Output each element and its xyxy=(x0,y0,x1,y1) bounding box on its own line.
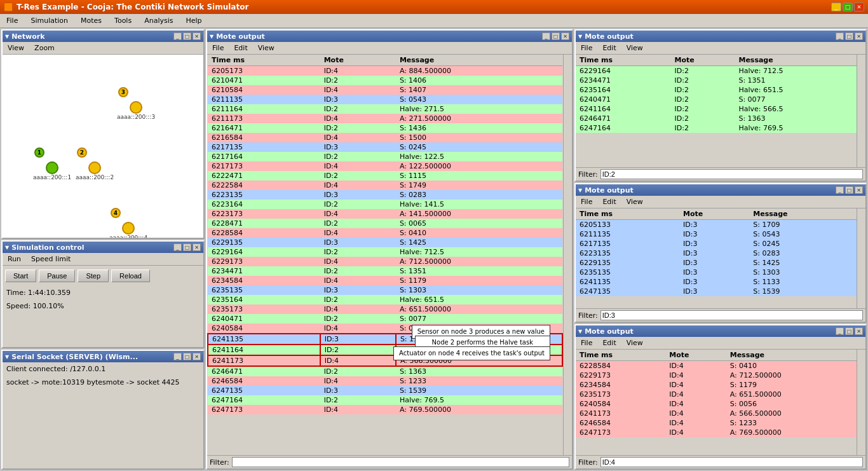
cell-message: S: 1303 xyxy=(749,268,857,277)
cell-message: S: 1133 xyxy=(749,277,857,287)
menu-analysis[interactable]: Analysis xyxy=(140,15,177,26)
mote-main-scroll[interactable]: Time ms Mote Message 6205173ID:4A: 884.5… xyxy=(207,55,563,455)
cell-time: 6241164 xyxy=(208,345,320,355)
mote-id4-filter-bar: Filter: xyxy=(576,455,865,468)
mote-id3-view-menu[interactable]: View xyxy=(624,197,646,207)
mote-id3-minimize-btn[interactable]: _ xyxy=(836,186,844,194)
sim-minimize-btn[interactable]: _ xyxy=(173,243,182,251)
cell-message: S: 0410 xyxy=(396,228,562,238)
mote-id3-close-btn[interactable]: ✕ xyxy=(855,186,863,194)
cell-time: 6229164 xyxy=(576,66,671,76)
node-1-circle[interactable] xyxy=(46,161,58,174)
node-3: 3 aaaa::200:::3 xyxy=(117,96,155,120)
filter-input-id3[interactable] xyxy=(600,310,863,320)
menu-tools[interactable]: Tools xyxy=(111,15,135,26)
mote-id2-edit-menu[interactable]: Edit xyxy=(600,43,618,53)
mote-id3-collapse-icon[interactable]: ▼ xyxy=(578,188,582,193)
cell-message: Halve: 566.5 xyxy=(396,345,562,355)
mote-main-close-btn[interactable]: ✕ xyxy=(561,32,569,40)
pause-button[interactable]: Pause xyxy=(39,270,75,282)
mote-main-collapse-icon[interactable]: ▼ xyxy=(210,34,214,39)
serial-minimize-btn[interactable]: _ xyxy=(173,353,182,360)
mote-id3-scrollbar[interactable] xyxy=(857,208,865,308)
mote-id2-file-menu[interactable]: File xyxy=(578,43,595,53)
serial-close-btn[interactable]: ✕ xyxy=(193,353,201,360)
mote-id2-scrollbar[interactable] xyxy=(857,55,865,167)
mote-main-maximize-btn[interactable]: □ xyxy=(552,32,560,40)
maximize-button[interactable]: □ xyxy=(843,3,853,11)
mote-id4-file-menu[interactable]: File xyxy=(578,338,595,348)
table-row: 6235173ID:4A: 651.500000 xyxy=(208,304,562,314)
sim-speed-menu[interactable]: Speed limit xyxy=(29,254,73,264)
mote-id4-maximize-btn[interactable]: □ xyxy=(845,327,853,335)
menu-simulation[interactable]: Simulation xyxy=(27,15,72,26)
close-button[interactable]: ✕ xyxy=(854,3,864,11)
menu-motes[interactable]: Motes xyxy=(77,15,105,26)
node-3-label: aaaa::200:::3 xyxy=(117,114,155,120)
network-collapse-icon[interactable]: ▼ xyxy=(5,34,9,39)
node-2-number: 2 xyxy=(77,147,87,158)
mote-id4-edit-menu[interactable]: Edit xyxy=(600,338,618,348)
node-3-circle[interactable] xyxy=(130,101,142,114)
start-button[interactable]: Start xyxy=(5,270,36,282)
serial-collapse-icon[interactable]: ▼ xyxy=(5,354,9,360)
reload-button[interactable]: Reload xyxy=(111,270,150,282)
mote-main-view-menu[interactable]: View xyxy=(255,43,277,53)
filter-input-main[interactable] xyxy=(232,457,569,467)
mote-id2-close-btn[interactable]: ✕ xyxy=(855,32,863,40)
mote-main-scrollbar[interactable] xyxy=(563,55,572,455)
mote-id3-file-menu[interactable]: File xyxy=(578,197,595,207)
mote-id4-scrollbar[interactable] xyxy=(857,350,865,455)
cell-mote: ID:4 xyxy=(665,428,726,437)
mote-id2-view-menu[interactable]: View xyxy=(624,43,646,53)
node-4-number: 4 xyxy=(111,208,121,218)
mote-main-minimize-btn[interactable]: _ xyxy=(542,32,550,40)
filter-input-id4[interactable] xyxy=(600,457,863,467)
filter-input-id2[interactable] xyxy=(600,169,863,179)
node-4-circle[interactable] xyxy=(122,222,135,235)
mote-id4-close-btn[interactable]: ✕ xyxy=(855,327,863,335)
sim-panel-controls: _ □ ✕ xyxy=(173,243,201,251)
minimize-button[interactable]: _ xyxy=(831,3,841,11)
sim-close-btn[interactable]: ✕ xyxy=(193,243,201,251)
table-row: 6228471ID:2S: 0065 xyxy=(208,219,562,228)
network-close-btn[interactable]: ✕ xyxy=(193,32,201,40)
cell-time: 6216584 xyxy=(208,133,320,142)
cell-time: 6234584 xyxy=(208,276,320,285)
serial-maximize-btn[interactable]: □ xyxy=(183,353,191,360)
mote-id3-scroll[interactable]: Time ms Mote Message 6205133ID:3S: 17096… xyxy=(576,208,857,308)
cell-mote: ID:3 xyxy=(320,386,396,395)
mote-id3-edit-menu[interactable]: Edit xyxy=(600,197,618,207)
node-1-number: 1 xyxy=(34,147,44,158)
node-2-circle[interactable] xyxy=(88,161,101,174)
menu-help[interactable]: Help xyxy=(182,15,206,26)
cell-mote: ID:2 xyxy=(320,123,396,133)
mote-id2-scroll[interactable]: Time ms Mote Message 6229164ID:2Halve: 7… xyxy=(576,55,857,167)
table-row: 6247135ID:3S: 1539 xyxy=(576,287,857,296)
mote-id4-scroll[interactable]: Time ms Mote Message 6228584ID:4S: 04106… xyxy=(576,350,857,455)
table-row: 6246471ID:2S: 1363 xyxy=(576,114,857,123)
network-minimize-btn[interactable]: _ xyxy=(173,32,182,40)
mote-id4-minimize-btn[interactable]: _ xyxy=(836,327,844,335)
mote-id2-minimize-btn[interactable]: _ xyxy=(836,32,844,40)
mote-id3-maximize-btn[interactable]: □ xyxy=(845,186,853,194)
sim-buttons: Start Pause Step Reload xyxy=(3,266,203,286)
menu-file[interactable]: File xyxy=(3,15,22,26)
mote-id3-table: Time ms Mote Message 6205133ID:3S: 17096… xyxy=(576,208,857,296)
mote-id2-collapse-icon[interactable]: ▼ xyxy=(578,34,582,39)
mote-main-file-menu[interactable]: File xyxy=(210,43,226,53)
mote-id4-view-menu[interactable]: View xyxy=(624,338,646,348)
network-maximize-btn[interactable]: □ xyxy=(183,32,191,40)
network-view-menu[interactable]: View xyxy=(5,43,27,53)
step-button[interactable]: Step xyxy=(78,270,109,282)
id4-filter-label: Filter: xyxy=(578,458,598,467)
sim-run-menu[interactable]: Run xyxy=(5,254,24,264)
menu-bar: File Simulation Motes Tools Analysis Hel… xyxy=(0,14,868,28)
network-zoom-menu[interactable]: Zoom xyxy=(32,43,57,53)
sim-maximize-btn[interactable]: □ xyxy=(183,243,191,251)
mote-main-edit-menu[interactable]: Edit xyxy=(231,43,250,53)
mote-id4-collapse-icon[interactable]: ▼ xyxy=(578,329,582,334)
cell-mote: ID:2 xyxy=(320,219,396,228)
mote-id2-maximize-btn[interactable]: □ xyxy=(845,32,853,40)
sim-collapse-icon[interactable]: ▼ xyxy=(5,245,9,250)
